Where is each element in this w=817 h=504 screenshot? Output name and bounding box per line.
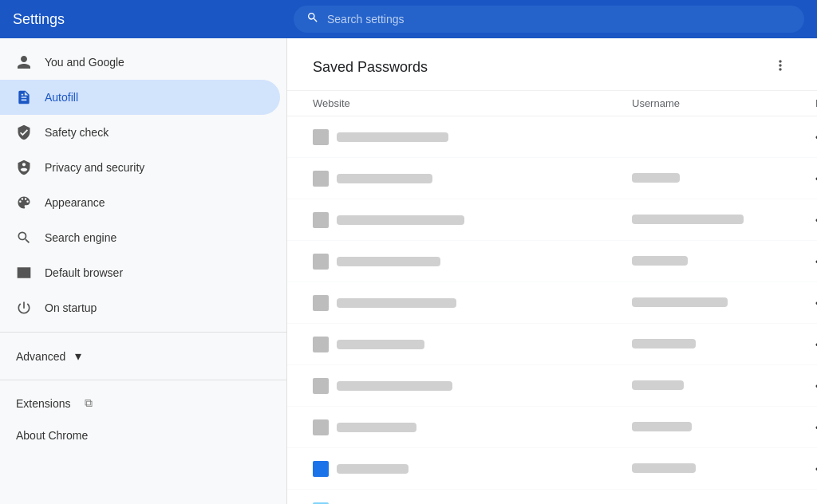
site-favicon bbox=[313, 171, 329, 187]
sidebar: You and Google Autofill Safety check Pri… bbox=[0, 38, 287, 504]
sidebar-item-privacy-and-security[interactable]: Privacy and security bbox=[0, 150, 280, 185]
shield-icon bbox=[16, 124, 32, 140]
col-username: Username bbox=[632, 97, 815, 109]
blurred-username bbox=[632, 463, 696, 473]
username-cell bbox=[632, 379, 815, 393]
table-row: •••••••••• bbox=[287, 199, 817, 241]
sidebar-item-on-startup-label: On startup bbox=[45, 301, 97, 314]
sidebar-divider-2 bbox=[0, 380, 286, 380]
blurred-username bbox=[632, 422, 692, 431]
app-header: Settings bbox=[0, 0, 817, 38]
username-cell bbox=[632, 254, 815, 269]
table-header: Website Username Password bbox=[287, 91, 817, 116]
website-cell bbox=[313, 171, 632, 187]
site-favicon bbox=[313, 254, 329, 270]
sidebar-advanced[interactable]: Advanced ▾ bbox=[0, 339, 286, 373]
blurred-website bbox=[337, 132, 448, 142]
blurred-website bbox=[337, 340, 424, 349]
sidebar-item-search-engine[interactable]: Search engine bbox=[0, 220, 280, 255]
username-cell bbox=[632, 296, 815, 310]
site-favicon bbox=[313, 129, 329, 145]
external-link-icon: ⧉ bbox=[85, 396, 93, 410]
sidebar-item-autofill[interactable]: Autofill bbox=[0, 80, 280, 115]
table-row: •••••••••• bbox=[287, 448, 817, 490]
app-body: You and Google Autofill Safety check Pri… bbox=[0, 38, 817, 504]
sidebar-item-you-and-google-label: You and Google bbox=[45, 56, 124, 69]
username-cell bbox=[632, 462, 815, 476]
website-cell bbox=[313, 129, 632, 145]
sidebar-item-search-engine-label: Search engine bbox=[45, 231, 116, 244]
blurred-website bbox=[337, 298, 456, 308]
site-favicon bbox=[313, 378, 329, 394]
website-cell bbox=[313, 461, 632, 477]
main-title: Saved Passwords bbox=[313, 59, 428, 76]
sidebar-item-autofill-label: Autofill bbox=[45, 91, 78, 104]
table-row: •••••••••• bbox=[287, 116, 817, 158]
table-row: ••••••••• bbox=[287, 282, 817, 324]
blurred-username bbox=[632, 173, 680, 183]
app-title: Settings bbox=[13, 11, 284, 28]
col-website: Website bbox=[313, 97, 632, 109]
document-icon bbox=[16, 89, 32, 105]
search-bar[interactable] bbox=[294, 6, 804, 33]
site-favicon bbox=[313, 419, 329, 435]
chevron-down-icon: ▾ bbox=[75, 348, 81, 364]
main-content: Saved Passwords Website Username Passwor… bbox=[287, 38, 817, 504]
blurred-username bbox=[632, 339, 696, 348]
sidebar-item-on-startup[interactable]: On startup bbox=[0, 290, 280, 325]
blurred-username bbox=[632, 297, 728, 307]
blurred-website bbox=[337, 464, 408, 474]
table-row: ••••••••• bbox=[287, 365, 817, 407]
sidebar-item-you-and-google[interactable]: You and Google bbox=[0, 45, 280, 80]
table-row: •••••••••• bbox=[287, 158, 817, 199]
site-favicon bbox=[313, 337, 329, 352]
sidebar-item-extensions[interactable]: Extensions ⧉ bbox=[0, 387, 286, 419]
power-icon bbox=[16, 300, 32, 316]
username-cell bbox=[632, 337, 815, 352]
sidebar-item-safety-check[interactable]: Safety check bbox=[0, 115, 280, 150]
sidebar-item-safety-check-label: Safety check bbox=[45, 126, 109, 139]
browser-icon bbox=[16, 265, 32, 281]
table-row: •••••••••• bbox=[287, 324, 817, 365]
username-cell bbox=[632, 171, 815, 186]
sidebar-item-appearance-label: Appearance bbox=[45, 196, 105, 209]
search-icon bbox=[306, 11, 319, 27]
sidebar-about-chrome-label: About Chrome bbox=[16, 429, 88, 442]
sidebar-divider-1 bbox=[0, 332, 286, 333]
blurred-website bbox=[337, 423, 416, 432]
sidebar-extensions-label: Extensions bbox=[16, 397, 70, 410]
blurred-website bbox=[337, 174, 432, 183]
search-engine-icon bbox=[16, 230, 32, 246]
blurred-username bbox=[632, 215, 744, 224]
palette-icon bbox=[16, 195, 32, 211]
sidebar-item-appearance[interactable]: Appearance bbox=[0, 185, 280, 220]
table-row: •••••••••• bbox=[287, 490, 817, 504]
table-row: •••••••••• bbox=[287, 407, 817, 448]
blurred-username bbox=[632, 256, 688, 266]
blurred-username bbox=[632, 380, 684, 390]
website-cell bbox=[313, 378, 632, 394]
sidebar-item-about-chrome[interactable]: About Chrome bbox=[0, 419, 286, 451]
site-favicon bbox=[313, 461, 329, 477]
sidebar-item-privacy-label: Privacy and security bbox=[45, 161, 144, 174]
person-icon bbox=[16, 54, 32, 70]
main-more-menu-button[interactable] bbox=[769, 54, 791, 81]
shield-lock-icon bbox=[16, 159, 32, 175]
sidebar-item-default-browser[interactable]: Default browser bbox=[0, 255, 280, 290]
website-cell bbox=[313, 337, 632, 352]
sidebar-item-default-browser-label: Default browser bbox=[45, 266, 123, 279]
blurred-website bbox=[337, 257, 440, 266]
username-cell bbox=[632, 420, 815, 435]
username-cell bbox=[632, 213, 815, 227]
website-cell bbox=[313, 212, 632, 228]
site-favicon bbox=[313, 295, 329, 311]
sidebar-advanced-label: Advanced bbox=[16, 350, 65, 363]
blurred-website bbox=[337, 215, 464, 225]
website-cell bbox=[313, 419, 632, 435]
search-input[interactable] bbox=[327, 13, 791, 26]
table-row: ••••••••• bbox=[287, 241, 817, 282]
main-header: Saved Passwords bbox=[287, 38, 817, 91]
blurred-website bbox=[337, 381, 452, 391]
website-cell bbox=[313, 295, 632, 311]
website-cell bbox=[313, 254, 632, 270]
